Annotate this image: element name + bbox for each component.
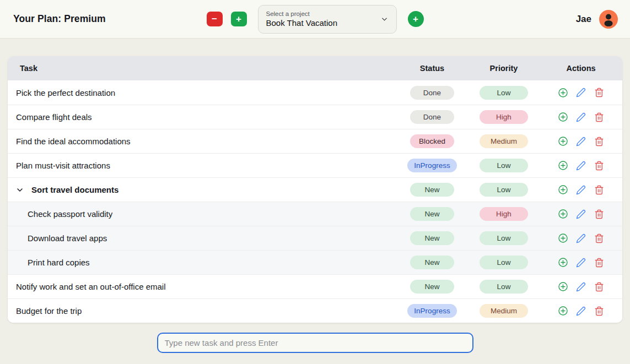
add-subtask-button[interactable]	[558, 281, 568, 292]
priority-badge: Low	[480, 231, 528, 245]
task-label: Compare flight deals	[16, 112, 92, 122]
pencil-icon	[576, 233, 586, 243]
delete-button[interactable]	[594, 233, 605, 243]
delete-button[interactable]	[594, 112, 605, 122]
circle-plus-icon	[558, 257, 568, 268]
status-badge: New	[410, 207, 454, 221]
column-header-actions: Actions	[540, 64, 622, 73]
delete-button[interactable]	[594, 306, 605, 316]
circle-plus-icon	[558, 209, 568, 219]
table-row: Notify work and set an out-of-office ema…	[8, 274, 622, 298]
trash-icon	[594, 185, 604, 195]
delete-button[interactable]	[594, 281, 605, 292]
trash-icon	[594, 112, 604, 122]
task-table: Task Status Priority Actions Pick the pe…	[8, 56, 622, 323]
person-icon	[599, 10, 618, 29]
task-label: Find the ideal accommodations	[16, 137, 131, 146]
project-selector-value: Book That Vacation	[266, 18, 389, 28]
edit-button[interactable]	[576, 184, 586, 195]
edit-button[interactable]	[576, 88, 586, 98]
circle-plus-icon	[558, 184, 568, 195]
task-label: Pick the perfect destination	[16, 88, 115, 97]
edit-button[interactable]	[576, 233, 586, 243]
task-table-body: Pick the perfect destination Done Low	[8, 80, 622, 323]
task-label: Download travel apps	[28, 233, 107, 243]
priority-badge: Low	[480, 86, 528, 100]
edit-button[interactable]	[576, 257, 586, 268]
priority-badge: High	[480, 110, 528, 124]
delete-button[interactable]	[594, 209, 605, 219]
new-task-area	[0, 333, 630, 353]
edit-button[interactable]	[576, 209, 586, 219]
project-selector[interactable]: Select a project Book That Vacation	[258, 5, 397, 34]
circle-plus-icon	[558, 160, 568, 171]
topbar: Your Plan: Premium − + Select a project …	[0, 0, 630, 39]
pencil-icon	[576, 88, 586, 97]
pencil-icon	[576, 282, 586, 292]
status-badge: New	[410, 280, 454, 294]
add-subtask-button[interactable]	[558, 257, 568, 268]
trash-icon	[594, 88, 604, 97]
add-subtask-button[interactable]	[558, 112, 568, 122]
add-subtask-button[interactable]	[558, 136, 568, 146]
pencil-icon	[576, 185, 586, 195]
pencil-icon	[576, 306, 586, 316]
trash-icon	[594, 233, 604, 243]
add-subtask-button[interactable]	[558, 233, 568, 243]
user-name: Jae	[576, 14, 591, 25]
delete-button[interactable]	[594, 257, 605, 268]
edit-button[interactable]	[576, 306, 586, 316]
column-header-task: Task	[8, 64, 396, 73]
priority-badge: Medium	[480, 134, 528, 148]
add-subtask-button[interactable]	[558, 209, 568, 219]
edit-button[interactable]	[576, 112, 586, 122]
user-avatar[interactable]	[599, 10, 618, 29]
table-row: Sort travel documents New Low	[8, 177, 622, 202]
edit-button[interactable]	[576, 160, 586, 171]
table-row: Pick the perfect destination Done Low	[8, 80, 622, 105]
new-project-button[interactable]: +	[408, 11, 424, 27]
circle-plus-icon	[558, 281, 568, 292]
pencil-icon	[576, 112, 586, 122]
add-subtask-button[interactable]	[558, 306, 568, 316]
task-label: Sort travel documents	[31, 185, 119, 194]
add-subtask-button[interactable]	[558, 88, 568, 98]
expand-chevron-icon[interactable]	[15, 186, 24, 194]
edit-button[interactable]	[576, 136, 586, 146]
add-project-button[interactable]: +	[231, 12, 247, 26]
add-subtask-button[interactable]	[558, 184, 568, 195]
priority-badge: Low	[480, 256, 528, 269]
minus-icon: −	[212, 14, 217, 24]
priority-badge: Low	[480, 183, 528, 197]
delete-button[interactable]	[594, 136, 605, 146]
circle-plus-icon	[558, 306, 568, 316]
new-task-input[interactable]	[157, 333, 473, 353]
plus-icon: +	[236, 14, 241, 24]
trash-icon	[594, 258, 604, 268]
remove-project-button[interactable]: −	[207, 12, 223, 26]
delete-button[interactable]	[594, 184, 605, 195]
priority-badge: High	[480, 207, 528, 221]
plus-icon: +	[413, 14, 418, 24]
status-badge: Blocked	[410, 134, 454, 148]
user-area: Jae	[576, 10, 618, 29]
table-row: Budget for the trip InProgress Medium	[8, 298, 622, 323]
task-label: Check passport validity	[28, 209, 112, 219]
table-row: Compare flight deals Done High	[8, 105, 622, 129]
status-badge: InProgress	[407, 159, 456, 172]
task-label: Notify work and set an out-of-office ema…	[16, 282, 166, 291]
edit-button[interactable]	[576, 281, 586, 292]
add-subtask-button[interactable]	[558, 160, 568, 171]
status-badge: Done	[410, 86, 454, 100]
chevron-down-icon	[380, 15, 389, 23]
delete-button[interactable]	[594, 88, 605, 98]
status-badge: InProgress	[407, 304, 456, 318]
delete-button[interactable]	[594, 160, 605, 171]
pencil-icon	[576, 161, 586, 171]
trash-icon	[594, 209, 604, 219]
pencil-icon	[576, 258, 586, 268]
plan-title: Your Plan: Premium	[13, 13, 106, 25]
table-header-row: Task Status Priority Actions	[8, 56, 622, 80]
circle-plus-icon	[558, 136, 568, 146]
trash-icon	[594, 306, 604, 316]
